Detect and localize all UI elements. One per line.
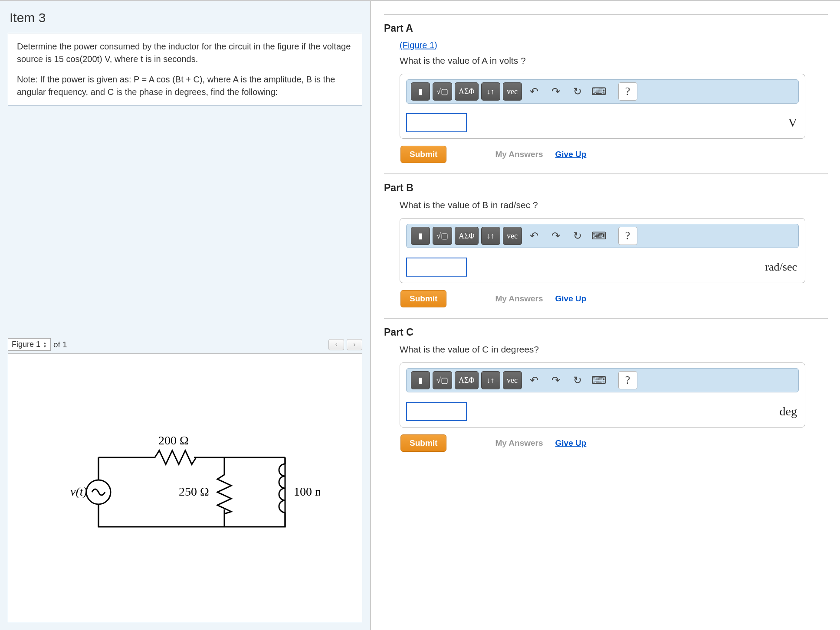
figure-canvas: v(t) 200 Ω 250 Ω 100 mH xyxy=(8,353,362,622)
part-a-submit-button[interactable]: Submit xyxy=(400,146,446,163)
figure-count: of 1 xyxy=(53,340,67,349)
vec-button[interactable]: vec xyxy=(503,227,522,245)
template-button[interactable]: ▮ xyxy=(411,371,430,389)
item-title: Item 3 xyxy=(10,10,362,25)
inductor-label: 100 mH xyxy=(294,485,320,498)
my-answers-link[interactable]: My Answers xyxy=(495,150,543,159)
vec-button[interactable]: vec xyxy=(503,371,522,389)
greek-button[interactable]: ΑΣΦ xyxy=(455,371,479,389)
part-a-answer-panel: ▮ √▢ ΑΣΦ ↓↑ vec ↶ ↷ ↻ ⌨ ? V xyxy=(400,74,805,139)
redo-icon[interactable]: ↷ xyxy=(546,227,565,245)
help-button[interactable]: ? xyxy=(618,371,637,389)
prompt-text-2: Note: If the power is given as: P = A co… xyxy=(17,73,353,98)
sqrt-button[interactable]: √▢ xyxy=(433,82,452,101)
left-panel: Item 3 Determine the power consumed by t… xyxy=(0,0,371,630)
undo-icon[interactable]: ↶ xyxy=(525,371,544,389)
keyboard-icon[interactable]: ⌨ xyxy=(590,82,609,101)
equation-toolbar: ▮ √▢ ΑΣΦ ↓↑ vec ↶ ↷ ↻ ⌨ ? xyxy=(406,79,799,104)
vec-button[interactable]: vec xyxy=(503,82,522,101)
part-a: Part A (Figure 1) What is the value of A… xyxy=(384,14,828,163)
give-up-link[interactable]: Give Up xyxy=(555,294,587,304)
figure-area: Figure 1 ▲▼ of 1 ‹ › xyxy=(8,336,362,622)
prompt-text-1: Determine the power consumed by the indu… xyxy=(17,40,353,65)
part-b-unit: rad/sec xyxy=(765,261,799,274)
undo-icon[interactable]: ↶ xyxy=(525,227,544,245)
my-answers-link[interactable]: My Answers xyxy=(495,294,543,304)
help-button[interactable]: ? xyxy=(618,227,637,245)
right-panel: Part A (Figure 1) What is the value of A… xyxy=(371,0,840,630)
stepper-icon: ▲▼ xyxy=(43,341,47,348)
figure-link[interactable]: (Figure 1) xyxy=(400,40,437,50)
part-b-question: What is the value of B in rad/sec ? xyxy=(400,200,828,210)
reset-icon[interactable]: ↻ xyxy=(568,371,587,389)
redo-icon[interactable]: ↷ xyxy=(546,82,565,101)
template-button[interactable]: ▮ xyxy=(411,82,430,101)
part-c-submit-button[interactable]: Submit xyxy=(400,434,446,452)
part-c-answer-panel: ▮ √▢ ΑΣΦ ↓↑ vec ↶ ↷ ↻ ⌨ ? deg xyxy=(400,362,805,428)
reset-icon[interactable]: ↻ xyxy=(568,227,587,245)
part-b: Part B What is the value of B in rad/sec… xyxy=(384,173,828,307)
sqrt-button[interactable]: √▢ xyxy=(433,371,452,389)
equation-toolbar: ▮ √▢ ΑΣΦ ↓↑ vec ↶ ↷ ↻ ⌨ ? xyxy=(406,224,799,248)
give-up-link[interactable]: Give Up xyxy=(555,150,587,159)
redo-icon[interactable]: ↷ xyxy=(546,371,565,389)
part-b-input[interactable] xyxy=(406,258,467,277)
subscript-button[interactable]: ↓↑ xyxy=(481,227,500,245)
figure-selector-label: Figure 1 xyxy=(12,340,40,349)
keyboard-icon[interactable]: ⌨ xyxy=(590,227,609,245)
source-label: v(t) xyxy=(70,485,87,498)
part-c-unit: deg xyxy=(780,405,799,418)
give-up-link[interactable]: Give Up xyxy=(555,438,587,448)
part-c-question: What is the value of C in degrees? xyxy=(400,344,828,355)
part-b-title: Part B xyxy=(384,182,828,194)
part-c: Part C What is the value of C in degrees… xyxy=(384,318,828,452)
figure-header: Figure 1 ▲▼ of 1 ‹ › xyxy=(8,336,362,353)
part-a-title: Part A xyxy=(384,23,828,34)
greek-button[interactable]: ΑΣΦ xyxy=(455,82,479,101)
part-a-unit: V xyxy=(788,116,799,130)
part-c-title: Part C xyxy=(384,326,828,338)
part-a-question: What is the value of A in volts ? xyxy=(400,55,828,66)
figure-selector[interactable]: Figure 1 ▲▼ xyxy=(8,338,51,351)
part-b-answer-panel: ▮ √▢ ΑΣΦ ↓↑ vec ↶ ↷ ↻ ⌨ ? rad/sec xyxy=(400,218,805,283)
part-a-input[interactable] xyxy=(406,113,467,132)
part-c-input[interactable] xyxy=(406,402,467,421)
greek-button[interactable]: ΑΣΦ xyxy=(455,227,479,245)
figure-prev-button[interactable]: ‹ xyxy=(328,339,344,350)
template-button[interactable]: ▮ xyxy=(411,227,430,245)
reset-icon[interactable]: ↻ xyxy=(568,82,587,101)
equation-toolbar: ▮ √▢ ΑΣΦ ↓↑ vec ↶ ↷ ↻ ⌨ ? xyxy=(406,368,799,392)
part-b-submit-button[interactable]: Submit xyxy=(400,290,446,307)
subscript-button[interactable]: ↓↑ xyxy=(481,82,500,101)
circuit-diagram: v(t) 200 Ω 250 Ω 100 mH xyxy=(51,405,320,570)
r2-label: 250 Ω xyxy=(179,485,209,498)
sqrt-button[interactable]: √▢ xyxy=(433,227,452,245)
figure-next-button[interactable]: › xyxy=(347,339,362,350)
subscript-button[interactable]: ↓↑ xyxy=(481,371,500,389)
undo-icon[interactable]: ↶ xyxy=(525,82,544,101)
help-button[interactable]: ? xyxy=(618,82,637,101)
my-answers-link[interactable]: My Answers xyxy=(495,438,543,448)
prompt-box: Determine the power consumed by the indu… xyxy=(8,33,362,106)
r1-label: 200 Ω xyxy=(158,434,189,447)
keyboard-icon[interactable]: ⌨ xyxy=(590,371,609,389)
